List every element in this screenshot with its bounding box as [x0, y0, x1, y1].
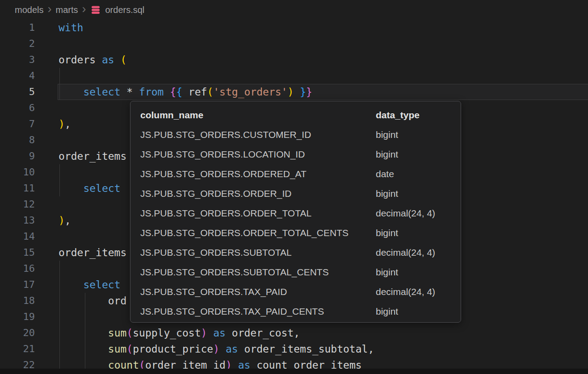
code-token — [164, 86, 170, 98]
data-type-cell: bigint — [376, 223, 398, 243]
code-token: , — [65, 215, 71, 226]
data-type-cell: decimal(24, 4) — [376, 204, 435, 223]
code-token: order_items — [59, 247, 126, 258]
code-token: ( — [207, 86, 213, 98]
code-line[interactable]: orders as ( — [59, 52, 588, 68]
chevron-right-icon: › — [43, 4, 55, 13]
code-token: } — [306, 86, 312, 98]
line-number[interactable]: 16 — [0, 261, 35, 277]
code-line[interactable]: with — [59, 20, 588, 36]
code-token: ( — [126, 343, 133, 355]
line-number[interactable]: 14 — [0, 229, 35, 245]
breadcrumb-item-file[interactable]: orders.sql — [105, 5, 144, 15]
database-icon — [90, 4, 101, 15]
code-token: } — [300, 86, 306, 98]
code-token: ) — [287, 86, 294, 98]
column-name-cell: JS.PUB.STG_ORDERS.ORDER_ID — [140, 184, 376, 204]
code-token — [294, 86, 300, 98]
code-token — [59, 86, 83, 98]
data-type-cell: decimal(24, 4) — [376, 282, 435, 302]
code-token: ref — [182, 86, 207, 98]
line-number[interactable]: 7 — [0, 116, 35, 132]
popup-header-row: column_name data_type — [140, 105, 461, 125]
chevron-right-icon: › — [78, 4, 90, 13]
line-number[interactable]: 6 — [0, 100, 35, 116]
code-token: order_cost, — [226, 327, 300, 339]
code-line[interactable]: sum(supply_cost) as order_cost, — [59, 325, 588, 341]
line-number[interactable]: 18 — [0, 293, 35, 309]
code-token: ) — [213, 343, 219, 355]
code-token: ( — [121, 54, 127, 66]
code-token: ) — [201, 327, 207, 339]
line-number[interactable]: 11 — [0, 180, 35, 196]
column-row: JS.PUB.STG_ORDERS.ORDER_IDbigint — [140, 184, 461, 204]
code-token: select — [83, 86, 120, 98]
line-number[interactable]: 15 — [0, 245, 35, 261]
line-number[interactable]: 4 — [0, 68, 35, 84]
line-number[interactable]: 20 — [0, 325, 35, 341]
data-type-cell: bigint — [376, 302, 398, 321]
code-token: as — [226, 343, 238, 355]
code-token: sum — [108, 327, 127, 339]
breadcrumb: models › marts › orders.sql — [0, 0, 588, 20]
column-name-cell: JS.PUB.STG_ORDERS.ORDERED_AT — [140, 164, 376, 184]
line-number[interactable]: 5 — [0, 84, 35, 100]
data-type-cell: bigint — [376, 184, 398, 204]
column-row: JS.PUB.STG_ORDERS.ORDER_TOTALdecimal(24,… — [140, 204, 461, 223]
code-token: 'stg_orders' — [213, 86, 287, 98]
line-number[interactable]: 8 — [0, 132, 35, 148]
code-token: sum — [108, 343, 127, 355]
line-number-gutter: 12345678910111213141516171819202122 — [0, 20, 35, 373]
column-row: JS.PUB.STG_ORDERS.ORDER_TOTAL_CENTSbigin… — [140, 223, 461, 243]
code-line[interactable]: select * from {{ ref('stg_orders') }} — [59, 84, 588, 100]
code-token — [59, 183, 83, 194]
code-token: order_items — [59, 150, 126, 162]
code-token: from — [139, 86, 164, 98]
code-line[interactable]: sum(product_price) as order_items_subtot… — [59, 341, 588, 357]
column-row: JS.PUB.STG_ORDERS.CUSTOMER_IDbigint — [140, 125, 461, 145]
code-token: select — [83, 183, 120, 194]
code-token: supply_cost — [133, 327, 201, 339]
popup-rows: JS.PUB.STG_ORDERS.CUSTOMER_IDbigintJS.PU… — [140, 125, 461, 321]
code-line[interactable] — [59, 36, 588, 52]
code-token: ord — [59, 295, 126, 307]
code-token: * — [120, 86, 139, 98]
data-type-cell: date — [376, 164, 394, 184]
column-row: JS.PUB.STG_ORDERS.TAX_PAIDdecimal(24, 4) — [140, 282, 461, 302]
column-name-cell: JS.PUB.STG_ORDERS.LOCATION_ID — [140, 145, 376, 164]
line-number[interactable]: 10 — [0, 164, 35, 180]
line-number[interactable]: 12 — [0, 196, 35, 212]
breadcrumb-item-marts[interactable]: marts — [55, 5, 78, 15]
line-number[interactable]: 3 — [0, 52, 35, 68]
line-number[interactable]: 19 — [0, 309, 35, 325]
column-name-cell: JS.PUB.STG_ORDERS.TAX_PAID_CENTS — [140, 302, 376, 321]
line-number[interactable]: 13 — [0, 212, 35, 229]
line-number[interactable]: 17 — [0, 277, 35, 293]
breadcrumb-item-models[interactable]: models — [15, 5, 43, 15]
code-token: select — [83, 279, 120, 291]
column-name-cell: JS.PUB.STG_ORDERS.SUBTOTAL_CENTS — [140, 262, 376, 282]
code-token: { — [170, 86, 176, 98]
code-token — [59, 343, 108, 355]
column-row: JS.PUB.STG_ORDERS.TAX_PAID_CENTSbigint — [140, 302, 461, 321]
column-row: JS.PUB.STG_ORDERS.LOCATION_IDbigint — [140, 145, 461, 164]
line-number[interactable]: 9 — [0, 148, 35, 164]
code-token: with — [59, 22, 83, 33]
column-info-popup: column_name data_type JS.PUB.STG_ORDERS.… — [130, 101, 461, 323]
code-token: ( — [126, 327, 133, 339]
code-token: ) — [59, 118, 65, 130]
code-token — [219, 343, 226, 355]
code-token: as — [102, 54, 114, 66]
code-editor[interactable]: 12345678910111213141516171819202122 with… — [0, 20, 588, 374]
code-token — [207, 327, 213, 339]
code-token: as — [213, 327, 226, 339]
column-name-cell: JS.PUB.STG_ORDERS.ORDER_TOTAL_CENTS — [140, 223, 376, 243]
data-type-cell: bigint — [376, 125, 398, 145]
code-token: { — [176, 86, 182, 98]
code-token: orders — [59, 54, 102, 66]
line-number[interactable]: 21 — [0, 341, 35, 357]
line-number[interactable]: 2 — [0, 36, 35, 52]
code-line[interactable] — [59, 68, 588, 84]
data-type-cell: decimal(24, 4) — [376, 243, 435, 262]
line-number[interactable]: 1 — [0, 20, 35, 36]
